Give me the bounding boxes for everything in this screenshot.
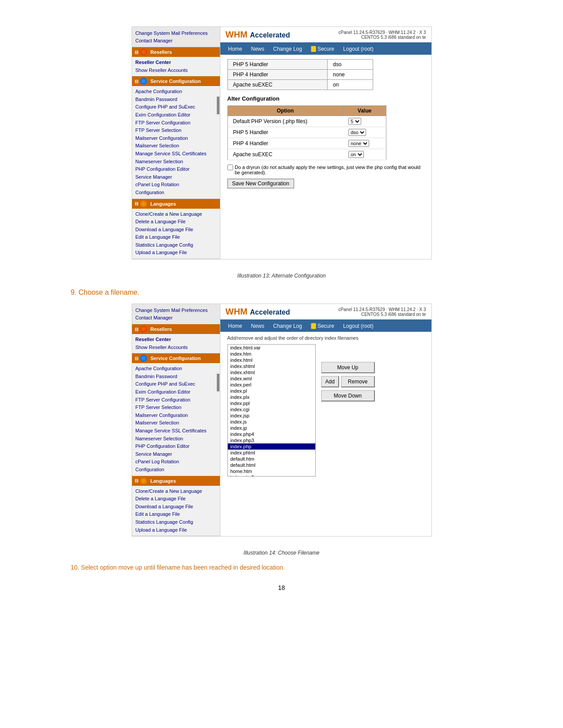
edit-language-link-2[interactable]: Edit a Language File — [136, 510, 216, 518]
list-item[interactable]: index.php3 — [228, 437, 315, 443]
nav-home-2[interactable]: Home — [224, 321, 247, 331]
change-system-mail-link[interactable]: Change System Mail Preferences — [136, 30, 216, 37]
manage-ssl-link[interactable]: Manage Service SSL Certificates — [136, 150, 216, 158]
show-reseller-accounts-link-2[interactable]: Show Reseller Accounts — [136, 344, 216, 352]
languages-header-2[interactable]: ⊟ Languages — [132, 476, 220, 486]
service-manager-link-2[interactable]: Service Manager — [136, 450, 216, 458]
service-manager-link[interactable]: Service Manager — [136, 173, 216, 181]
apache-config-link-2[interactable]: Apache Configuration — [136, 365, 216, 373]
change-system-mail-link-2[interactable]: Change System Mail Preferences — [136, 307, 216, 314]
filename-list[interactable]: index.html.var index.htm index.html inde… — [227, 344, 316, 477]
stats-language-link[interactable]: Statistics Language Config — [136, 241, 216, 249]
contact-manager-link-2[interactable]: Contact Manager — [136, 314, 216, 322]
php-config-editor-link[interactable]: PHP Configuration Editor — [136, 165, 216, 173]
languages-header[interactable]: ⊟ Languages — [132, 199, 220, 209]
apache-config-link[interactable]: Apache Configuration — [136, 88, 216, 96]
nav-changelog-2[interactable]: Change Log — [269, 321, 306, 331]
list-item-selected[interactable]: index.php — [228, 443, 315, 450]
nav-logout-2[interactable]: Logout (root) — [339, 321, 378, 331]
list-item[interactable]: index.ppl — [228, 400, 315, 406]
list-item[interactable]: default.html — [228, 462, 315, 468]
sidebar-scrollbar-thumb[interactable] — [217, 97, 219, 114]
stats-language-link-2[interactable]: Statistics Language Config — [136, 518, 216, 526]
nameserver-selection-link-2[interactable]: Nameserver Selection — [136, 435, 216, 443]
suexec-select[interactable]: on off — [348, 151, 364, 158]
ftp-server-selection-link[interactable]: FTP Server Selection — [136, 127, 216, 135]
dryrun-checkbox[interactable] — [227, 165, 233, 170]
list-item[interactable]: index.jsp — [228, 413, 315, 419]
mailserver-selection-link-2[interactable]: Mailserver Selection — [136, 419, 216, 427]
cpanel-log-rotation-link[interactable]: cPanel Log Rotation — [136, 181, 216, 189]
mailserver-config-link[interactable]: Mailserver Configuration — [136, 135, 216, 143]
delete-language-link[interactable]: Delete a Language File — [136, 218, 216, 226]
list-item[interactable]: home.htm — [228, 468, 315, 474]
nav-home[interactable]: Home — [224, 44, 247, 54]
nav-changelog[interactable]: Change Log — [269, 44, 306, 54]
list-item[interactable]: index.wml — [228, 375, 315, 382]
service-config-header-2[interactable]: ⊟ Service Configuration — [132, 353, 220, 363]
languages-icon — [140, 200, 147, 207]
ftp-server-config-link-2[interactable]: FTP Server Configuration — [136, 396, 216, 404]
exim-config-link-2[interactable]: Exim Configuration Editor — [136, 388, 216, 396]
bandmin-password-link-2[interactable]: Bandmin Password — [136, 373, 216, 381]
show-reseller-accounts-link[interactable]: Show Reseller Accounts — [136, 67, 216, 75]
nav-news-2[interactable]: News — [247, 321, 269, 331]
resellers-header[interactable]: ⊟ Resellers — [132, 47, 220, 57]
configure-php-link[interactable]: Configure PHP and SuExec — [136, 103, 216, 111]
mailserver-selection-link[interactable]: Mailserver Selection — [136, 142, 216, 150]
list-item[interactable]: index.perl — [228, 382, 315, 388]
list-item[interactable]: index.jp — [228, 425, 315, 431]
exim-config-link[interactable]: Exim Configuration Editor — [136, 111, 216, 119]
php-config-editor-link-2[interactable]: PHP Configuration Editor — [136, 443, 216, 450]
nameserver-selection-link[interactable]: Nameserver Selection — [136, 158, 216, 166]
edit-language-link[interactable]: Edit a Language File — [136, 233, 216, 241]
default-php-select[interactable]: 5 4 — [348, 118, 361, 125]
upload-language-link[interactable]: Upload a Language File — [136, 249, 216, 257]
list-item[interactable]: index.html.var — [228, 345, 315, 351]
contact-manager-link[interactable]: Contact Manager — [136, 37, 216, 45]
list-item[interactable]: index.js — [228, 419, 315, 425]
move-down-button[interactable]: Move Down — [321, 390, 375, 402]
upload-language-link-2[interactable]: Upload a Language File — [136, 526, 216, 534]
sidebar-scrollbar-thumb-2[interactable] — [217, 374, 219, 391]
list-item[interactable]: index.php5 — [228, 474, 315, 477]
list-item[interactable]: index.shtml — [228, 363, 315, 369]
move-up-button[interactable]: Move Up — [321, 362, 375, 373]
reseller-center-link-2[interactable]: Reseller Center — [136, 336, 216, 344]
list-item[interactable]: default.htm — [228, 456, 315, 462]
add-button[interactable]: Add — [321, 376, 339, 387]
list-item[interactable]: index.htm — [228, 351, 315, 357]
cpanel-log-rotation-link-2[interactable]: cPanel Log Rotation — [136, 458, 216, 466]
service-config-header[interactable]: ⊟ Service Configuration — [132, 76, 220, 86]
clone-language-link[interactable]: Clone/Create a New Language — [136, 210, 216, 218]
manage-ssl-link-2[interactable]: Manage Service SSL Certificates — [136, 427, 216, 435]
list-item[interactable]: index.phtml — [228, 450, 315, 456]
nav-secure[interactable]: Secure — [306, 44, 339, 54]
bandmin-password-link[interactable]: Bandmin Password — [136, 96, 216, 104]
download-language-link-2[interactable]: Download a Language File — [136, 503, 216, 511]
configuration-link[interactable]: Configuration — [136, 189, 216, 197]
list-item[interactable]: index.plx — [228, 394, 315, 400]
php4-handler-select[interactable]: none dso — [348, 140, 369, 147]
configuration-link-2[interactable]: Configuration — [136, 466, 216, 474]
list-item[interactable]: index.cgi — [228, 406, 315, 413]
reseller-center-link[interactable]: Reseller Center — [136, 59, 216, 67]
php5-handler-select[interactable]: dso cgi — [348, 129, 366, 136]
list-item[interactable]: index.xhtml — [228, 369, 315, 375]
remove-button[interactable]: Remove — [341, 376, 375, 387]
save-configuration-button[interactable]: Save New Configuration — [227, 179, 294, 188]
clone-language-link-2[interactable]: Clone/Create a New Language — [136, 488, 216, 495]
ftp-server-config-link[interactable]: FTP Server Configuration — [136, 119, 216, 127]
list-item[interactable]: index.html — [228, 357, 315, 363]
nav-secure-2[interactable]: Secure — [306, 321, 339, 331]
resellers-header-2[interactable]: ⊟ Resellers — [132, 324, 220, 334]
nav-logout[interactable]: Logout (root) — [339, 44, 378, 54]
download-language-link[interactable]: Download a Language File — [136, 226, 216, 234]
configure-php-link-2[interactable]: Configure PHP and SuExec — [136, 380, 216, 388]
list-item[interactable]: index.php4 — [228, 431, 315, 437]
mailserver-config-link-2[interactable]: Mailserver Configuration — [136, 412, 216, 420]
delete-language-link-2[interactable]: Delete a Language File — [136, 495, 216, 503]
nav-news[interactable]: News — [247, 44, 269, 54]
list-item[interactable]: index.pl — [228, 388, 315, 394]
ftp-server-selection-link-2[interactable]: FTP Server Selection — [136, 404, 216, 412]
